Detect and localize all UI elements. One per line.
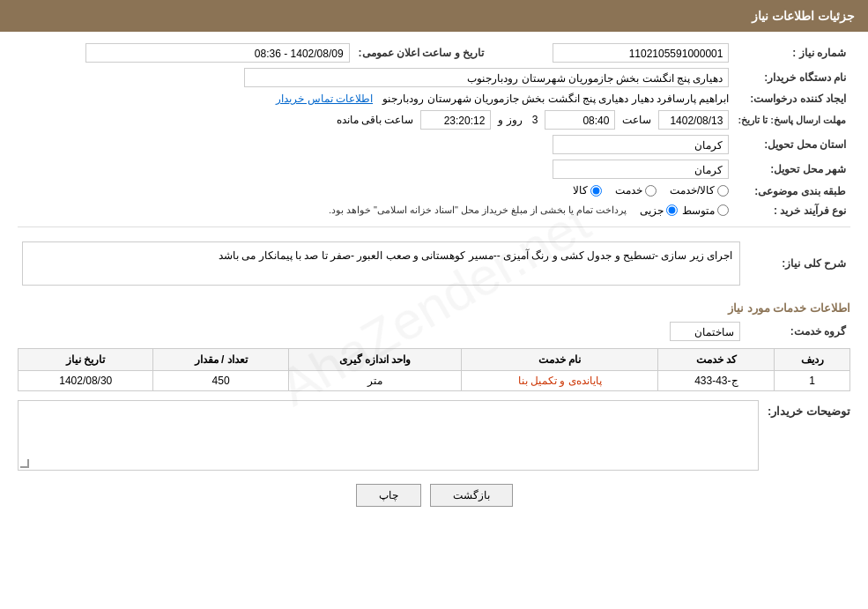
col-need-date: تاریخ نیاز bbox=[19, 348, 153, 370]
page-header: جزئیات اطلاعات نیاز bbox=[0, 0, 868, 32]
need-number-value: 1102105591000001 bbox=[553, 43, 729, 63]
deadline-unit2: ساعت باقی مانده bbox=[337, 114, 414, 126]
deadline-time-label: ساعت bbox=[622, 114, 651, 126]
service-group-value: ساختمان bbox=[670, 322, 740, 341]
col-row-num: ردیف bbox=[775, 348, 850, 370]
description-value: اجرای زیر سازی -تسطیح و جدول کشی و رنگ آ… bbox=[22, 241, 740, 286]
table-row: 1 ج-43-433 پایانده‌ی و تکمیل بنا متر 450… bbox=[19, 370, 850, 390]
description-label: شرح کلی نیاز: bbox=[745, 234, 850, 293]
category-khadamat-radio[interactable] bbox=[645, 185, 657, 197]
purchase-type-label: نوع فرآیند خرید : bbox=[733, 202, 850, 219]
creator-name: ابراهیم پارسافرد دهیار دهیاری پنج انگشت … bbox=[382, 93, 729, 105]
category-khadamat-option[interactable]: خدمت bbox=[615, 184, 657, 197]
category-khadamat-label: خدمت bbox=[615, 184, 642, 197]
deadline-remaining: 23:20:12 bbox=[420, 110, 491, 130]
deadline-time: 08:40 bbox=[545, 110, 615, 130]
category-kala-label: کالا bbox=[573, 184, 588, 197]
deadline-date: 1402/08/13 bbox=[658, 110, 729, 130]
buyer-desc-area[interactable] bbox=[18, 400, 759, 471]
purchase-type-jozvi-option[interactable]: جزیی bbox=[640, 204, 678, 217]
deadline-unit1: روز و bbox=[498, 114, 522, 126]
category-kala-radio[interactable] bbox=[590, 185, 602, 197]
contact-link[interactable]: اطلاعات تماس خریدار bbox=[276, 93, 373, 105]
creator-label: ایجاد کننده درخواست: bbox=[733, 90, 850, 108]
cell-service-name: پایانده‌ی و تکمیل بنا bbox=[462, 370, 658, 390]
cell-row-num: 1 bbox=[775, 370, 850, 390]
deadline-days-value: 3 bbox=[532, 114, 538, 126]
announcement-date-label: تاریخ و ساعت اعلان عمومی: bbox=[354, 41, 488, 65]
category-kala-option[interactable]: کالا bbox=[573, 184, 602, 197]
city-label: شهر محل تحویل: bbox=[733, 157, 850, 182]
services-table: ردیف کد خدمت نام خدمت واحد اندازه گیری ت… bbox=[18, 348, 850, 391]
purchase-type-jozvi-radio[interactable] bbox=[666, 204, 678, 216]
buyer-desc-label: توضیحات خریدار: bbox=[768, 400, 850, 418]
need-number-label: شماره نیاز : bbox=[733, 41, 850, 65]
cell-service-code: ج-43-433 bbox=[658, 370, 775, 390]
page-title: جزئیات اطلاعات نیاز bbox=[752, 9, 855, 23]
purchase-type-motovasat-option[interactable]: متوسط bbox=[682, 204, 729, 217]
purchase-type-motovasat-label: متوسط bbox=[682, 204, 715, 217]
deadline-label: مهلت ارسال پاسخ: تا تاریخ: bbox=[733, 108, 850, 132]
category-kala-khadamat-radio[interactable] bbox=[717, 185, 729, 197]
resize-handle[interactable] bbox=[20, 459, 29, 468]
category-label: طبقه بندی موضوعی: bbox=[733, 182, 850, 202]
buyer-org-label: نام دستگاه خریدار: bbox=[733, 65, 850, 90]
buyer-org-value: دهیاری پنج انگشت بخش جازموریان شهرستان ر… bbox=[244, 68, 729, 87]
col-service-code: کد خدمت bbox=[658, 348, 775, 370]
service-group-label: گروه خدمت: bbox=[745, 319, 850, 344]
cell-quantity: 450 bbox=[153, 370, 288, 390]
services-title: اطلاعات خدمات مورد نیاز bbox=[18, 301, 850, 315]
divider-1 bbox=[18, 227, 850, 227]
announcement-date-value: 1402/08/09 - 08:36 bbox=[85, 43, 350, 63]
col-unit: واحد اندازه گیری bbox=[288, 348, 461, 370]
col-quantity: تعداد / مقدار bbox=[153, 348, 288, 370]
buttons-row: بازگشت چاپ bbox=[18, 484, 850, 507]
purchase-type-motovasat-radio[interactable] bbox=[717, 204, 729, 216]
print-button[interactable]: چاپ bbox=[356, 484, 421, 507]
purchase-type-note: پرداخت تمام یا بخشی از مبلغ خریداز محل "… bbox=[329, 204, 627, 216]
province-label: استان محل تحویل: bbox=[733, 132, 850, 157]
col-service-name: نام خدمت bbox=[462, 348, 658, 370]
province-value: کرمان bbox=[553, 135, 729, 154]
cell-need-date: 1402/08/30 bbox=[19, 370, 153, 390]
back-button[interactable]: بازگشت bbox=[430, 484, 513, 507]
cell-unit: متر bbox=[288, 370, 461, 390]
category-kala-khadamat-label: کالا/خدمت bbox=[670, 184, 715, 197]
purchase-type-jozvi-label: جزیی bbox=[640, 204, 664, 217]
city-value: کرمان bbox=[553, 160, 729, 179]
category-kala-khadamat-option[interactable]: کالا/خدمت bbox=[670, 184, 729, 197]
